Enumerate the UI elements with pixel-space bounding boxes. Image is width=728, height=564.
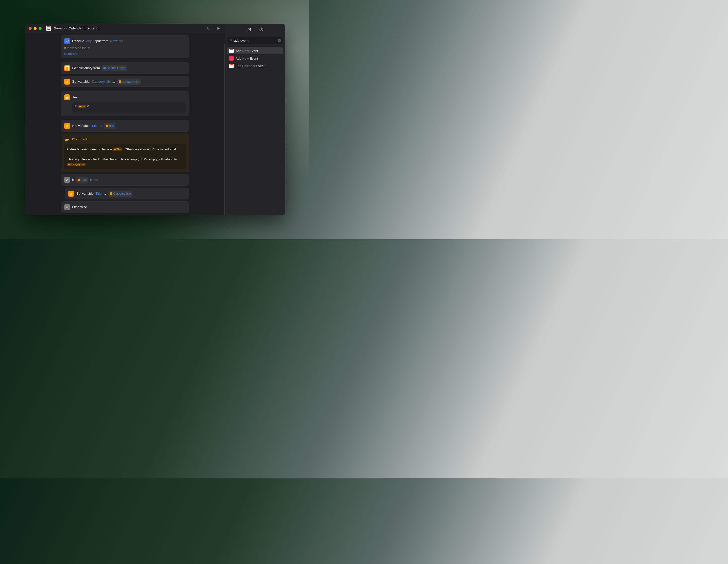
zoom-button[interactable]: [39, 27, 42, 30]
pill-title-ref: Title: [113, 148, 122, 151]
close-button[interactable]: [29, 27, 32, 30]
label-set-variable: Set variable: [72, 123, 90, 129]
token-continue[interactable]: Continue: [64, 52, 77, 56]
variable-icon: x: [68, 191, 74, 197]
action-search-input[interactable]: [234, 39, 276, 42]
token-nowhere[interactable]: Nowhere: [110, 38, 123, 44]
window-title: Session: Calendar Integration: [54, 26, 100, 30]
add-condition-icon[interactable]: ＋: [100, 178, 104, 182]
label-no-input: If there's no input:: [64, 46, 186, 50]
minimize-button[interactable]: [34, 27, 37, 30]
var-name[interactable]: Title: [96, 191, 102, 196]
action-get-dictionary[interactable]: Get dictionary from Shortcut Input: [61, 62, 189, 74]
action-text[interactable]: Text # title #: [61, 92, 189, 116]
window-controls: [29, 27, 42, 30]
label-otherwise: Otherwise: [72, 204, 87, 210]
pill-shortcut-input[interactable]: Shortcut Input: [102, 65, 127, 71]
text-body-field[interactable]: # title #: [72, 102, 186, 113]
label-set-variable: Set variable: [76, 191, 94, 196]
svg-rect-0: [66, 66, 69, 70]
svg-point-14: [230, 39, 232, 41]
workflow-canvas[interactable]: Receive Any input from Nowhere If there'…: [25, 33, 225, 215]
token-any[interactable]: Any: [86, 38, 92, 44]
comment-title: Comment: [72, 137, 87, 142]
result-add-new-event-calendar[interactable]: Add New Event: [227, 47, 283, 54]
comment-icon: [64, 136, 70, 142]
calendar-icon: [229, 64, 234, 68]
pill-category-title[interactable]: category.title: [117, 79, 141, 85]
token-hash[interactable]: ##: [95, 177, 98, 183]
label-get-dictionary: Get dictionary from: [72, 65, 100, 71]
action-set-variable-title[interactable]: x Set variable Title to title: [61, 120, 189, 132]
connector: [125, 117, 125, 119]
result-edit-calendar-event[interactable]: Edit Calendar Event: [227, 62, 283, 69]
scrollbar[interactable]: [224, 44, 225, 215]
app-window: 15 Session: Calendar Integration: [25, 24, 285, 215]
label-if: If: [72, 177, 74, 183]
branch-icon: [64, 204, 70, 210]
action-if[interactable]: If Text is ## ＋: [61, 174, 189, 186]
variable-icon: x: [64, 79, 70, 85]
var-name[interactable]: Title: [92, 123, 98, 129]
connector: [125, 59, 125, 61]
label-to: to: [100, 123, 102, 129]
action-set-variable-title-fallback[interactable]: x Set variable Title to Category title: [65, 188, 189, 199]
token-is[interactable]: is: [90, 177, 92, 183]
play-icon[interactable]: [216, 26, 221, 31]
label-from: input from: [94, 38, 108, 44]
share-icon[interactable]: [205, 26, 210, 31]
pill-category-title-val[interactable]: Category title: [108, 191, 133, 197]
info-icon[interactable]: [259, 27, 264, 32]
pill-text-var[interactable]: Text: [76, 177, 88, 183]
search-icon: [230, 39, 233, 42]
action-search[interactable]: ✕: [228, 37, 283, 44]
library-add-icon[interactable]: [247, 27, 252, 32]
label-receive: Receive: [72, 38, 84, 44]
comment-body[interactable]: Calendar event need to have a Title . Ot…: [64, 144, 186, 170]
search-results: Add New Event Add New Event Edit Calenda…: [225, 46, 285, 71]
calendar-icon: [229, 49, 234, 53]
action-otherwise[interactable]: Otherwise: [61, 201, 189, 213]
result-add-new-event-fantastical[interactable]: Add New Event: [227, 55, 283, 62]
label-text: Text: [72, 95, 78, 100]
action-receive-input[interactable]: Receive Any input from Nowhere If there'…: [61, 35, 189, 58]
var-name[interactable]: Category title: [92, 79, 111, 85]
svg-line-15: [231, 41, 232, 41]
fantastical-icon: [229, 56, 234, 61]
branch-icon: [64, 177, 70, 183]
editor-pane: 15 Session: Calendar Integration: [25, 24, 225, 215]
action-set-variable-category[interactable]: x Set variable Category title to categor…: [61, 76, 189, 88]
label-to: to: [104, 191, 106, 196]
action-comment-1[interactable]: Comment Calendar event need to have a Ti…: [61, 134, 189, 173]
label-to: to: [113, 79, 115, 85]
pill-category-ref: Category title: [67, 163, 86, 167]
pill-title[interactable]: title: [104, 123, 116, 129]
calendar-app-icon: 15: [46, 26, 51, 31]
action-library-sidebar: ✕ Add New Event Add New Event Edit Calen…: [225, 24, 285, 215]
label-set-variable: Set variable: [72, 79, 90, 85]
shortcut-icon: [64, 38, 70, 44]
svg-point-13: [261, 28, 261, 29]
title-bar: 15 Session: Calendar Integration: [25, 24, 225, 33]
pill-title-inline[interactable]: title: [78, 105, 86, 108]
clear-search-icon[interactable]: ✕: [278, 39, 281, 42]
text-icon: [64, 94, 70, 100]
dictionary-icon: [64, 65, 70, 71]
variable-icon: x: [64, 123, 70, 129]
connector: [125, 89, 125, 91]
